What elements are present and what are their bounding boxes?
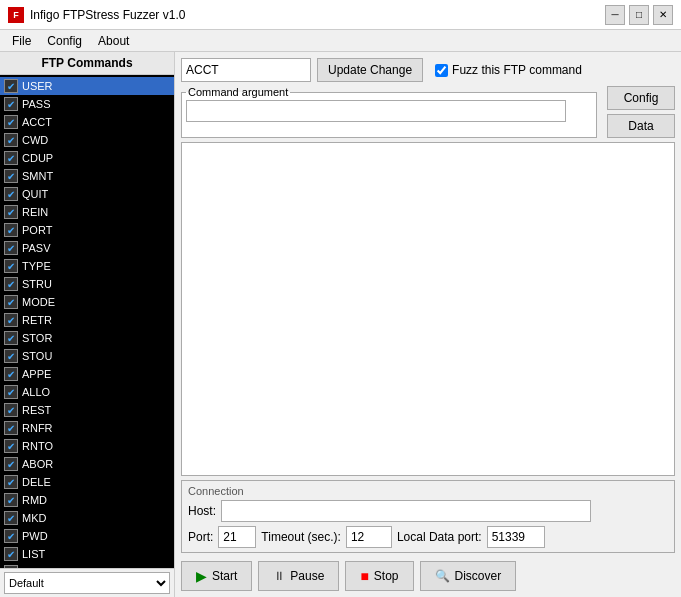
port-input[interactable] [218, 526, 256, 548]
list-item[interactable]: ✔RNTO [0, 437, 174, 455]
list-item[interactable]: ✔LIST [0, 545, 174, 563]
menu-file[interactable]: File [4, 32, 39, 49]
cmd-checkbox[interactable]: ✔ [4, 259, 18, 273]
cmd-checkbox[interactable]: ✔ [4, 457, 18, 471]
left-panel: FTP Commands ✔USER✔PASS✔ACCT✔CWD✔CDUP✔SM… [0, 52, 175, 597]
cmd-label: RMD [22, 494, 47, 506]
cmd-checkbox[interactable]: ✔ [4, 277, 18, 291]
cmd-checkbox[interactable]: ✔ [4, 385, 18, 399]
cmd-checkbox[interactable]: ✔ [4, 205, 18, 219]
update-change-button[interactable]: Update Change [317, 58, 423, 82]
host-input[interactable] [221, 500, 591, 522]
cmd-checkbox[interactable]: ✔ [4, 313, 18, 327]
list-item[interactable]: ✔STOU [0, 347, 174, 365]
port-label: Port: [188, 530, 213, 544]
commands-list: ✔USER✔PASS✔ACCT✔CWD✔CDUP✔SMNT✔QUIT✔REIN✔… [0, 75, 174, 568]
list-item[interactable]: ✔REST [0, 401, 174, 419]
cmd-label: REIN [22, 206, 48, 218]
list-item[interactable]: ✔STRU [0, 275, 174, 293]
list-item[interactable]: ✔SMNT [0, 167, 174, 185]
pause-label: Pause [290, 569, 324, 583]
list-item[interactable]: ✔PASV [0, 239, 174, 257]
config-button[interactable]: Config [607, 86, 675, 110]
cmd-label: ACCT [22, 116, 52, 128]
list-item[interactable]: ✔ABOR [0, 455, 174, 473]
cmd-checkbox[interactable]: ✔ [4, 115, 18, 129]
cmd-label: ALLO [22, 386, 50, 398]
list-item[interactable]: ✔PWD [0, 527, 174, 545]
host-label: Host: [188, 504, 216, 518]
cmd-label: STOU [22, 350, 52, 362]
cmd-checkbox[interactable]: ✔ [4, 493, 18, 507]
cmd-checkbox[interactable]: ✔ [4, 151, 18, 165]
cmd-checkbox[interactable]: ✔ [4, 241, 18, 255]
cmd-checkbox[interactable]: ✔ [4, 349, 18, 363]
discover-button[interactable]: 🔍 Discover [420, 561, 517, 591]
list-item[interactable]: ✔PORT [0, 221, 174, 239]
command-input[interactable] [181, 58, 311, 82]
cmd-checkbox[interactable]: ✔ [4, 475, 18, 489]
stop-icon: ■ [360, 568, 368, 584]
cmd-checkbox[interactable]: ✔ [4, 187, 18, 201]
arg-input[interactable] [186, 100, 566, 122]
fuzz-checkbox[interactable] [435, 64, 448, 77]
cmd-label: MODE [22, 296, 55, 308]
list-item[interactable]: ✔CWD [0, 131, 174, 149]
cmd-checkbox[interactable]: ✔ [4, 367, 18, 381]
cmd-checkbox[interactable]: ✔ [4, 97, 18, 111]
list-item[interactable]: ✔ACCT [0, 113, 174, 131]
cmd-checkbox[interactable]: ✔ [4, 133, 18, 147]
list-item[interactable]: ✔DELE [0, 473, 174, 491]
cmd-checkbox[interactable]: ✔ [4, 331, 18, 345]
title-bar: F Infigo FTPStress Fuzzer v1.0 ─ □ ✕ [0, 0, 681, 30]
list-item[interactable]: ✔RNFR [0, 419, 174, 437]
start-button[interactable]: ▶ Start [181, 561, 252, 591]
cmd-checkbox[interactable]: ✔ [4, 295, 18, 309]
cmd-checkbox[interactable]: ✔ [4, 511, 18, 525]
cmd-label: PWD [22, 530, 48, 542]
list-item[interactable]: ✔MKD [0, 509, 174, 527]
connection-group: Connection Host: Port: Timeout (sec.): L… [181, 480, 675, 553]
minimize-button[interactable]: ─ [605, 5, 625, 25]
data-button[interactable]: Data [607, 114, 675, 138]
cmd-label: PASV [22, 242, 51, 254]
cmd-label: APPE [22, 368, 51, 380]
list-item[interactable]: ✔PASS [0, 95, 174, 113]
cmd-label: TYPE [22, 260, 51, 272]
list-item[interactable]: ✔REIN [0, 203, 174, 221]
profile-dropdown[interactable]: Default [4, 572, 170, 594]
cmd-checkbox[interactable]: ✔ [4, 169, 18, 183]
list-item[interactable]: ✔RETR [0, 311, 174, 329]
cmd-checkbox[interactable]: ✔ [4, 223, 18, 237]
menu-about[interactable]: About [90, 32, 137, 49]
arg-row: Command argument Config Data [181, 86, 675, 138]
right-panel: Update Change Fuzz this FTP command Comm… [175, 52, 681, 597]
timeout-input[interactable] [346, 526, 392, 548]
list-item[interactable]: ✔TYPE [0, 257, 174, 275]
connection-label: Connection [188, 485, 668, 497]
localport-input[interactable] [487, 526, 545, 548]
cmd-checkbox[interactable]: ✔ [4, 547, 18, 561]
cmd-checkbox[interactable]: ✔ [4, 439, 18, 453]
list-item[interactable]: ✔MODE [0, 293, 174, 311]
side-buttons: Config Data [607, 86, 675, 138]
cmd-checkbox[interactable]: ✔ [4, 529, 18, 543]
list-item[interactable]: ✔USER [0, 77, 174, 95]
list-item[interactable]: ✔RMD [0, 491, 174, 509]
stop-button[interactable]: ■ Stop [345, 561, 413, 591]
discover-label: Discover [455, 569, 502, 583]
list-item[interactable]: ✔CDUP [0, 149, 174, 167]
top-controls: Update Change Fuzz this FTP command [181, 58, 675, 82]
list-item[interactable]: ✔STOR [0, 329, 174, 347]
cmd-label: PORT [22, 224, 52, 236]
list-item[interactable]: ✔QUIT [0, 185, 174, 203]
cmd-checkbox[interactable]: ✔ [4, 421, 18, 435]
close-button[interactable]: ✕ [653, 5, 673, 25]
list-item[interactable]: ✔APPE [0, 365, 174, 383]
maximize-button[interactable]: □ [629, 5, 649, 25]
menu-config[interactable]: Config [39, 32, 90, 49]
cmd-checkbox[interactable]: ✔ [4, 403, 18, 417]
pause-button[interactable]: ⏸ Pause [258, 561, 339, 591]
cmd-checkbox[interactable]: ✔ [4, 79, 18, 93]
list-item[interactable]: ✔ALLO [0, 383, 174, 401]
